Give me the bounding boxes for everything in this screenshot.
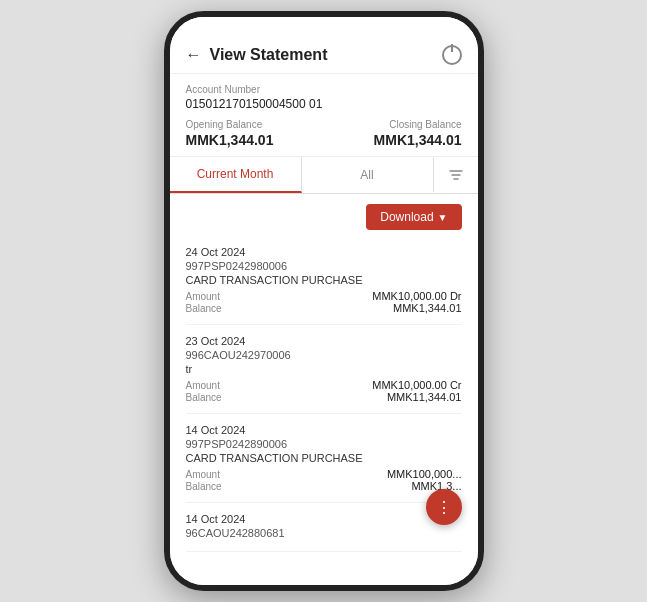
transactions-list: 24 Oct 2024 997PSP0242980006 CARD TRANSA… <box>170 236 478 585</box>
tab-all[interactable]: All <box>302 158 434 192</box>
amount-value: MMK100,000... <box>387 468 462 480</box>
txn-date: 23 Oct 2024 <box>186 335 462 347</box>
header-left: ← View Statement <box>186 46 328 64</box>
txn-desc: CARD TRANSACTION PURCHASE <box>186 274 462 286</box>
filter-icon <box>448 167 464 183</box>
balance-label: Balance <box>186 303 222 314</box>
fab-button[interactable]: ⋮ <box>426 489 462 525</box>
txn-date: 14 Oct 2024 <box>186 424 462 436</box>
balance-value: MMK1,344.01 <box>393 302 461 314</box>
status-bar <box>170 17 478 41</box>
amount-value: MMK10,000.00 Dr <box>372 290 461 302</box>
table-row: 14 Oct 2024 997PSP0242890006 CARD TRANSA… <box>186 414 462 503</box>
table-row: 24 Oct 2024 997PSP0242980006 CARD TRANSA… <box>186 236 462 325</box>
tab-current-month[interactable]: Current Month <box>170 157 302 193</box>
txn-balance-row: Balance MMK1,3... <box>186 480 462 492</box>
txn-ref: 997PSP0242890006 <box>186 438 462 450</box>
closing-balance-label: Closing Balance <box>374 119 462 130</box>
power-icon[interactable] <box>442 45 462 65</box>
closing-balance-value: MMK1,344.01 <box>374 132 462 148</box>
filter-button[interactable] <box>434 157 478 193</box>
opening-balance-label: Opening Balance <box>186 119 274 130</box>
txn-desc: CARD TRANSACTION PURCHASE <box>186 452 462 464</box>
back-button[interactable]: ← <box>186 46 202 64</box>
account-number-value: 015012170150004500 01 <box>186 97 462 111</box>
txn-amount-row: Amount MMK10,000.00 Cr <box>186 379 462 391</box>
balance-row: Opening Balance MMK1,344.01 Closing Bala… <box>186 119 462 148</box>
header: ← View Statement <box>170 41 478 74</box>
amount-label: Amount <box>186 291 220 302</box>
balance-label: Balance <box>186 481 222 492</box>
phone-screen: ← View Statement Account Number 01501217… <box>170 17 478 585</box>
amount-label: Amount <box>186 469 220 480</box>
txn-date: 14 Oct 2024 <box>186 513 462 525</box>
download-button[interactable]: Download ▼ <box>366 204 461 230</box>
account-section: Account Number 015012170150004500 01 Ope… <box>170 74 478 157</box>
account-number-label: Account Number <box>186 84 462 95</box>
txn-ref: 96CAOU242880681 <box>186 527 462 539</box>
filter-tabs: Current Month All <box>170 157 478 194</box>
txn-balance-row: Balance MMK1,344.01 <box>186 302 462 314</box>
page-title: View Statement <box>210 46 328 64</box>
balance-label: Balance <box>186 392 222 403</box>
amount-value: MMK10,000.00 Cr <box>372 379 461 391</box>
txn-desc: tr <box>186 363 462 375</box>
balance-value: MMK11,344.01 <box>387 391 462 403</box>
scrollable-content: Download ▼ 24 Oct 2024 997PSP0242980006 … <box>170 194 478 585</box>
txn-amount-row: Amount MMK100,000... <box>186 468 462 480</box>
opening-balance-value: MMK1,344.01 <box>186 132 274 148</box>
txn-ref: 996CAOU242970006 <box>186 349 462 361</box>
phone-shell: ← View Statement Account Number 01501217… <box>164 11 484 591</box>
opening-balance-col: Opening Balance MMK1,344.01 <box>186 119 274 148</box>
txn-balance-row: Balance MMK11,344.01 <box>186 391 462 403</box>
download-label: Download <box>380 210 433 224</box>
download-arrow-icon: ▼ <box>438 212 448 223</box>
table-row: 23 Oct 2024 996CAOU242970006 tr Amount M… <box>186 325 462 414</box>
closing-balance-col: Closing Balance MMK1,344.01 <box>374 119 462 148</box>
txn-ref: 997PSP0242980006 <box>186 260 462 272</box>
download-section: Download ▼ <box>170 194 478 236</box>
txn-date: 24 Oct 2024 <box>186 246 462 258</box>
amount-label: Amount <box>186 380 220 391</box>
txn-amount-row: Amount MMK10,000.00 Dr <box>186 290 462 302</box>
table-row: 14 Oct 2024 96CAOU242880681 <box>186 503 462 552</box>
